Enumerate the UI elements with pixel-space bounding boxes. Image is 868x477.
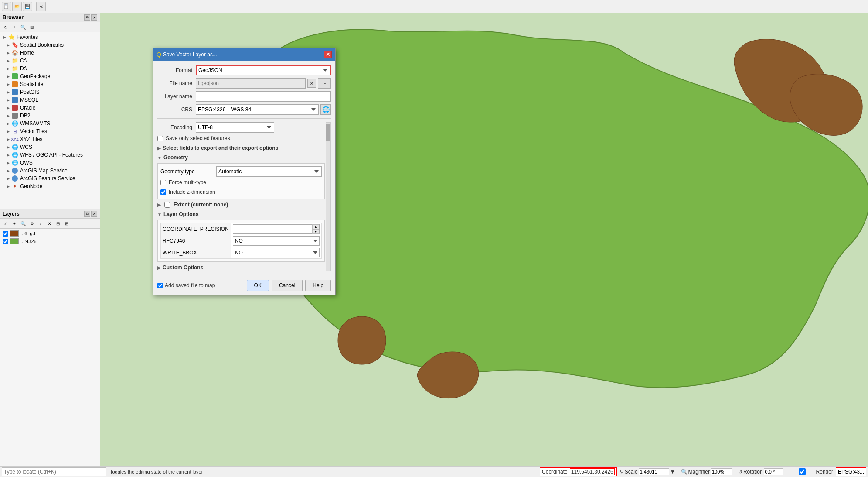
tree-item-wms-wmts[interactable]: ▶ 🌐 WMS/WMTS [0, 120, 100, 127]
tree-item-postgis[interactable]: ▶ PostGIS [0, 88, 100, 96]
tree-item-mssql[interactable]: ▶ MSSQL [0, 96, 100, 104]
tree-item-geopackage[interactable]: ▶ GeoPackage [0, 72, 100, 80]
layers-expand[interactable]: ⊞ [63, 220, 71, 227]
tree-item-geonode[interactable]: ▶ ✦ GeoNode [0, 182, 100, 190]
wfs-label: WFS / OGC API - Features [20, 152, 83, 158]
tree-item-favorites[interactable]: ▶ ⭐ Favorites [0, 33, 100, 41]
scrollbar[interactable] [326, 122, 331, 271]
db2-icon [11, 112, 18, 119]
geom-type-select[interactable]: Automatic Point LineString Polygon [216, 166, 322, 177]
layers-remove[interactable]: ✕ [45, 220, 53, 227]
layer2-checkbox[interactable] [3, 239, 8, 244]
tree-item-arcgis-feature[interactable]: ▶ ArcGIS Feature Service [0, 175, 100, 182]
extent-checkbox[interactable] [164, 202, 170, 208]
toolbar-sep1 [34, 3, 34, 10]
format-select[interactable]: GeoJSON ESRI Shapefile GeoPackage KML [196, 65, 331, 75]
layers-float-btn[interactable]: ⧉ [84, 211, 90, 217]
crs-input-row: EPSG:4326 – WGS 84 🌐 [196, 104, 331, 115]
tree-item-c-drive[interactable]: ▶ 📁 C:\ [0, 57, 100, 65]
render-checkbox[interactable] [789, 468, 815, 475]
tree-item-db2[interactable]: ▶ DB2 [0, 112, 100, 120]
arrow-mssql: ▶ [7, 98, 11, 102]
coord-precision-up[interactable]: ▲ [312, 224, 319, 229]
add-btn[interactable]: + [10, 23, 18, 31]
rfc7946-select[interactable]: NO YES [233, 236, 320, 246]
browser-toolbar: ↻ + 🔍 ⊟ [0, 22, 100, 32]
layers-check-all[interactable]: ✓ [2, 220, 10, 227]
locate-input[interactable] [2, 467, 106, 476]
crs-globe-btn[interactable]: 🌐 [320, 104, 331, 115]
tree-item-xyz-tiles[interactable]: ▶ XYZ XYZ Tiles [0, 135, 100, 143]
tree-item-d-drive[interactable]: ▶ 📁 D:\ [0, 65, 100, 72]
tree-item-spatialite[interactable]: ▶ SpatiaLite [0, 80, 100, 88]
geometry-header[interactable]: ▼ Geometry [157, 154, 325, 161]
layername-input[interactable] [196, 91, 331, 102]
layer1-checkbox[interactable] [3, 231, 8, 237]
filename-clear-btn[interactable]: ✕ [307, 79, 316, 88]
add-saved-checkbox[interactable] [157, 283, 163, 288]
rotation-input[interactable] [764, 468, 783, 475]
force-multi-checkbox[interactable] [160, 180, 166, 185]
rfc7946-value-cell: NO YES [231, 235, 321, 247]
dialog-body: Format GeoJSON ESRI Shapefile GeoPackage… [153, 61, 335, 276]
arrow-arcgis-map: ▶ [7, 169, 11, 173]
dialog-titlebar: Q Save Vector Layer as... ✕ [153, 48, 335, 61]
tree-item-home[interactable]: ▶ 🏠 Home [0, 49, 100, 57]
save-only-checkbox[interactable] [157, 136, 163, 141]
custom-options-header[interactable]: ▶ Custom Options [157, 264, 325, 271]
browser-close-btn[interactable]: ✕ [91, 14, 97, 21]
layers-sort[interactable]: ↕ [37, 220, 44, 227]
ok-button[interactable]: OK [247, 280, 269, 291]
print-btn[interactable]: 🖨 [36, 2, 46, 11]
scrollbar-thumb[interactable] [326, 124, 330, 141]
browser-panel: Browser ⧉ ✕ ↻ + 🔍 ⊟ ▶ ⭐ Favorites ▶ 🔖 Sp… [0, 13, 100, 209]
magnifier-input[interactable] [711, 468, 732, 475]
new-project-btn[interactable] [2, 2, 11, 11]
open-btn[interactable]: 📂 [12, 2, 22, 11]
home-label: Home [20, 50, 34, 56]
tree-item-wfs[interactable]: ▶ 🌐 WFS / OGC API - Features [0, 151, 100, 159]
tree-item-vector-tiles[interactable]: ▶ ⊞ Vector Tiles [0, 127, 100, 135]
layers-collapse[interactable]: ⊟ [54, 220, 62, 227]
layer-options-header[interactable]: ▼ Layer Options [157, 210, 325, 218]
layer-item-1[interactable]: ...6_gd [0, 230, 100, 237]
include-z-checkbox[interactable] [160, 189, 166, 195]
save-btn[interactable]: 💾 [23, 2, 32, 11]
layers-add[interactable]: + [10, 220, 18, 227]
browser-float-btn[interactable]: ⧉ [84, 14, 90, 21]
coord-precision-input[interactable]: 15 [233, 225, 312, 233]
filter-btn[interactable]: 🔍 [19, 23, 27, 31]
tree-item-spatial-bookmarks[interactable]: ▶ 🔖 Spatial Bookmarks [0, 41, 100, 49]
filename-browse-btn[interactable]: ··· [318, 78, 331, 89]
help-button[interactable]: Help [305, 280, 331, 291]
tree-item-arcgis-map[interactable]: ▶ ArcGIS Map Service [0, 167, 100, 175]
collapse-all-btn[interactable]: ⊟ [28, 23, 36, 31]
wcs-label: WCS [20, 144, 32, 150]
write-bbox-select[interactable]: NO YES [233, 248, 320, 257]
layers-filter2[interactable]: ⚙ [28, 220, 36, 227]
coord-precision-down[interactable]: ▼ [312, 229, 319, 234]
layer-item-2[interactable]: ...:4326 [0, 237, 100, 245]
cancel-button[interactable]: Cancel [272, 280, 303, 291]
layers-filter[interactable]: 🔍 [19, 220, 27, 227]
select-fields-header[interactable]: ▶ Select fields to export and their expo… [157, 144, 325, 152]
tree-item-wcs[interactable]: ▶ 🌐 WCS [0, 143, 100, 151]
layers-close-btn[interactable]: ✕ [91, 211, 97, 217]
extent-header[interactable]: ▶ Extent (current: none) [157, 201, 325, 209]
scale-item: ⚲ Scale ▼ [617, 467, 678, 477]
coordinate-label: Coor [542, 469, 553, 475]
layer2-name: ...:4326 [20, 239, 37, 244]
tree-item-ows[interactable]: ▶ 🌐 OWS [0, 159, 100, 167]
epsg-display[interactable]: EPSG:43... [836, 467, 866, 476]
refresh-btn[interactable]: ↻ [2, 23, 10, 31]
scale-input[interactable] [639, 468, 669, 475]
scale-dropdown[interactable]: ▼ [670, 469, 675, 475]
encoding-select[interactable]: UTF-8 UTF-16 ISO-8859-1 [196, 122, 274, 133]
tree-item-oracle[interactable]: ▶ Oracle [0, 104, 100, 112]
scroll-area: Encoding UTF-8 UTF-16 ISO-8859-1 Save on… [157, 122, 331, 271]
dialog-close-btn[interactable]: ✕ [324, 51, 332, 58]
crs-select[interactable]: EPSG:4326 – WGS 84 [196, 104, 319, 115]
layers-toolbar: ✓ + 🔍 ⚙ ↕ ✕ ⊟ ⊞ [0, 219, 100, 229]
layers-title: Layers [3, 211, 20, 217]
filename-input[interactable] [196, 78, 306, 89]
